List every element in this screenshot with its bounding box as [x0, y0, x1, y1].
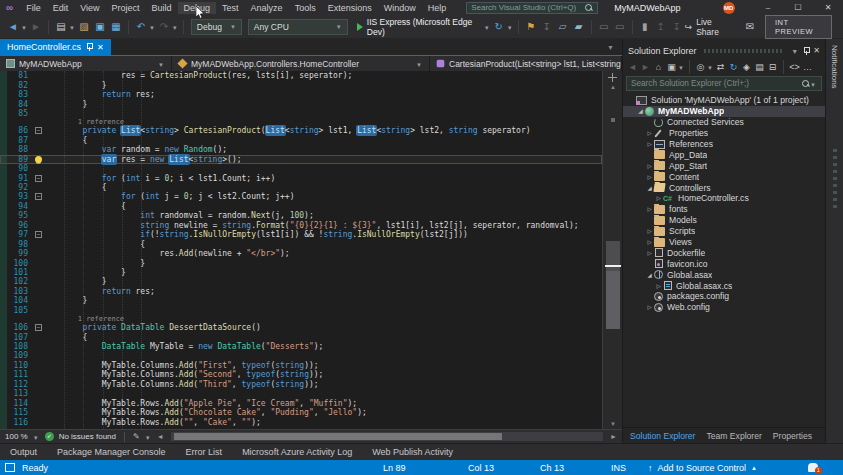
- scroll-up-icon[interactable]: ▲: [603, 84, 623, 90]
- scrollbar-thumb[interactable]: [174, 433, 503, 440]
- fold-margin[interactable]: –: [33, 324, 44, 331]
- prev-bookmark-icon[interactable]: ↥: [654, 19, 668, 35]
- issues-status[interactable]: No issues found: [59, 432, 116, 441]
- tree-item-favicon-ico[interactable]: favicon.ico: [623, 258, 825, 269]
- code-editor[interactable]: 81 res = CartesianProduct(res, lsts[i], …: [0, 71, 602, 429]
- code-line[interactable]: 86– private List<string> CartesianProduc…: [0, 126, 602, 135]
- open-file-icon[interactable]: ▨: [77, 19, 91, 35]
- home-icon[interactable]: ⌂: [652, 60, 665, 73]
- tree-item-app-start[interactable]: ▷App_Start: [623, 160, 825, 171]
- collapsed-arrow-icon[interactable]: ▷: [645, 250, 654, 256]
- refresh-icon[interactable]: ↻: [492, 19, 506, 35]
- platform-dropdown[interactable]: Any CPU▼: [248, 19, 348, 35]
- code-line[interactable]: 90: [0, 164, 602, 173]
- tree-item-solution-mymadwebapp-1-of-1-project-[interactable]: Solution 'MyMADWebApp' (1 of 1 project): [623, 95, 825, 106]
- codelens-row[interactable]: 1 reference: [0, 118, 602, 126]
- breadcrumb-project-dropdown[interactable]: MyMADWebApp ▼: [0, 56, 172, 71]
- fold-collapse-icon[interactable]: –: [35, 175, 42, 182]
- code-line[interactable]: 112 MyTable.Columns.Add("Third", typeof(…: [0, 380, 602, 389]
- breakpoint-flag-icon[interactable]: ⚑: [524, 19, 538, 35]
- tree-item-properties[interactable]: ▷Properties: [623, 128, 825, 139]
- code-line[interactable]: 81 res = CartesianProduct(res, lsts[i], …: [0, 71, 602, 80]
- collapsed-arrow-icon[interactable]: ▷: [645, 239, 654, 245]
- nav-forward-icon[interactable]: ►: [29, 19, 43, 35]
- save-icon[interactable]: ▣: [93, 19, 107, 35]
- tree-item-packages-config[interactable]: packages.config: [623, 291, 825, 302]
- code-line[interactable]: 115 MyTable.Rows.Add("Chocolate Cake", "…: [0, 408, 602, 417]
- panel-tab-error-list[interactable]: Error List: [186, 447, 223, 457]
- nav-backward-icon[interactable]: ◄: [6, 19, 20, 35]
- comment-icon[interactable]: ▭: [597, 19, 611, 35]
- code-line[interactable]: 82 }: [0, 80, 602, 89]
- menu-edit[interactable]: Edit: [47, 2, 75, 14]
- undo-icon[interactable]: ↶: [134, 19, 148, 35]
- code-line[interactable]: 100 }: [0, 258, 602, 267]
- int-preview-button[interactable]: INT PREVIEW: [765, 15, 832, 39]
- tree-item-global-asax[interactable]: ◢Global.asax: [623, 269, 825, 280]
- fold-collapse-icon[interactable]: –: [35, 193, 42, 200]
- code-line[interactable]: 107 {: [0, 332, 602, 341]
- pin-icon[interactable]: [803, 47, 809, 55]
- panel-tab-package-manager-console[interactable]: Package Manager Console: [57, 447, 166, 457]
- collapsed-arrow-icon[interactable]: ▷: [654, 283, 663, 289]
- codelens-row[interactable]: 1 reference: [0, 315, 602, 323]
- uncomment-icon[interactable]: ▭: [613, 19, 627, 35]
- close-icon[interactable]: ✕: [813, 46, 820, 55]
- menu-window[interactable]: Window: [378, 2, 422, 14]
- code-line[interactable]: 91– for (int i = 0; i < lst1.Count; i++): [0, 173, 602, 182]
- panel-tab-output[interactable]: Output: [10, 447, 37, 457]
- new-file-icon[interactable]: ▤: [54, 19, 68, 35]
- switch-views-icon[interactable]: ▣: [665, 60, 678, 73]
- tree-item-references[interactable]: ▷References: [623, 139, 825, 150]
- scroll-left-icon[interactable]: ◄: [157, 433, 164, 440]
- menu-tools[interactable]: Tools: [289, 2, 322, 14]
- code-line[interactable]: 85: [0, 109, 602, 118]
- sync-with-active-document-icon[interactable]: ⇄: [714, 60, 727, 73]
- menu-project[interactable]: Project: [106, 2, 146, 14]
- code-line[interactable]: 94 {: [0, 202, 602, 211]
- tree-item-app-data[interactable]: App_Data: [623, 149, 825, 160]
- breadcrumb-member-dropdown[interactable]: CartesianProduct(List<string> lst1, List…: [430, 56, 622, 71]
- attach-process-icon[interactable]: ▱: [556, 19, 570, 35]
- collapsed-arrow-icon[interactable]: ▷: [645, 163, 654, 169]
- code-line[interactable]: 92 {: [0, 183, 602, 192]
- tab-list-chevron-icon[interactable]: ▼: [607, 44, 614, 51]
- save-all-icon[interactable]: ▦: [109, 19, 123, 35]
- menu-extensions[interactable]: Extensions: [322, 2, 378, 14]
- pin-icon[interactable]: [86, 43, 92, 51]
- tree-item-web-config[interactable]: ▷Web.config: [623, 302, 825, 313]
- refresh-icon[interactable]: ↻: [727, 60, 740, 73]
- show-all-files-icon[interactable]: ▤: [753, 60, 766, 73]
- tree-item-views[interactable]: ▷Views: [623, 237, 825, 248]
- feedback-icon[interactable]: ✉: [743, 19, 757, 35]
- code-line[interactable]: 83 return res;: [0, 90, 602, 99]
- bookmark-icon[interactable]: ▮: [638, 19, 652, 35]
- codelens-references[interactable]: 1 reference: [44, 118, 124, 126]
- split-editor-grip-icon[interactable]: [608, 73, 617, 82]
- collapsed-arrow-icon[interactable]: ▷: [654, 195, 663, 201]
- status-line[interactable]: Ln 89: [383, 460, 406, 475]
- code-line[interactable]: 109: [0, 351, 602, 360]
- zoom-dropdown[interactable]: 100 % ▼: [5, 432, 40, 441]
- lightbulb-icon[interactable]: [35, 156, 42, 163]
- menu-build[interactable]: Build: [146, 2, 178, 14]
- tree-item-scripts[interactable]: ▷Scripts: [623, 226, 825, 237]
- menu-file[interactable]: File: [20, 2, 47, 14]
- fold-collapse-icon[interactable]: –: [35, 127, 42, 134]
- close-button[interactable]: ✕: [813, 0, 843, 15]
- menu-view[interactable]: View: [74, 2, 105, 14]
- view-code-icon[interactable]: <>: [788, 60, 801, 73]
- panel-tab-web-publish-activity[interactable]: Web Publish Activity: [372, 447, 453, 457]
- fold-margin[interactable]: –: [33, 127, 44, 134]
- status-insert-mode[interactable]: INS: [611, 460, 626, 475]
- configuration-dropdown[interactable]: Debug▼: [191, 19, 242, 35]
- collapse-all-icon[interactable]: ⊟: [766, 60, 779, 73]
- code-line[interactable]: 103 return res;: [0, 287, 602, 296]
- tree-item-homecontroller-cs[interactable]: ▷C#HomeController.cs: [623, 193, 825, 204]
- fold-collapse-icon[interactable]: –: [35, 324, 42, 331]
- expanded-arrow-icon[interactable]: ◢: [636, 108, 645, 114]
- fold-margin[interactable]: –: [33, 193, 44, 200]
- window-position-chevron-icon[interactable]: ▼: [791, 48, 798, 55]
- user-avatar[interactable]: MD: [723, 2, 735, 14]
- code-line[interactable]: 114 MyTable.Rows.Add("Apple Pie", "Ice C…: [0, 398, 602, 407]
